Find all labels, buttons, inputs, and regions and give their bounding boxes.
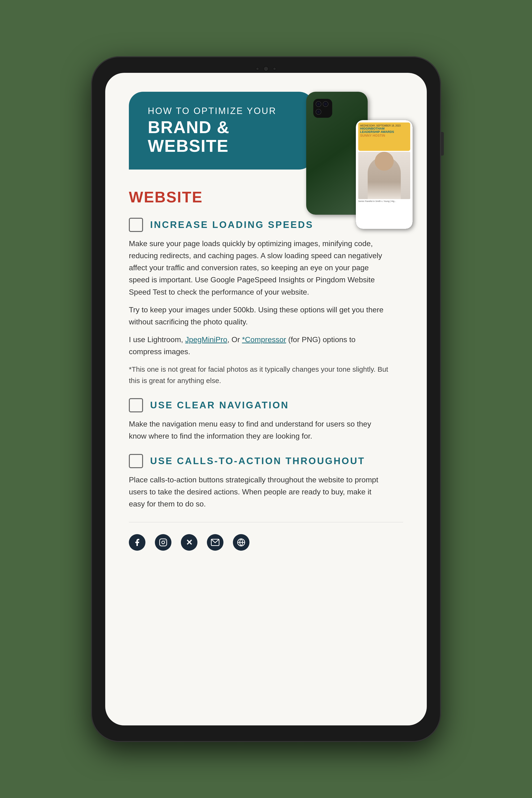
checklist-title-2: USE CLEAR NAVIGATION bbox=[150, 400, 289, 411]
header-subtitle: HOW TO OPTIMIZE YOUR bbox=[148, 106, 294, 116]
compressor-link[interactable]: *Compressor bbox=[242, 335, 286, 344]
camera-dot-2 bbox=[263, 66, 269, 71]
loading-speeds-para-2: Try to keep your images under 500kb. Usi… bbox=[129, 304, 389, 328]
side-button bbox=[441, 132, 444, 156]
checklist-title-3: USE CALLS-TO-ACTION THROUGHOUT bbox=[150, 456, 365, 466]
header-title: BRAND & WEBSITE bbox=[148, 118, 294, 155]
phone-front: WEDNESDAY, SEPTEMBER 18, 2023 HIGGINBOTH… bbox=[356, 120, 413, 229]
checkbox-1[interactable] bbox=[129, 218, 143, 232]
checklist-item-3: USE CALLS-TO-ACTION THROUGHOUT Place cal… bbox=[129, 454, 403, 510]
checklist-title-1: INCREASE LOADING SPEEDS bbox=[150, 220, 314, 230]
lens-3 bbox=[316, 109, 321, 115]
lens-1 bbox=[316, 101, 321, 107]
checklist-header-2: USE CLEAR NAVIGATION bbox=[129, 398, 403, 412]
checklist-item-2: USE CLEAR NAVIGATION Make the navigation… bbox=[129, 398, 403, 442]
cta-para-1: Place calls-to-action buttons strategica… bbox=[129, 474, 389, 510]
checklist-body-3: Place calls-to-action buttons strategica… bbox=[129, 474, 389, 510]
tablet-screen: HOW TO OPTIMIZE YOUR BRAND & WEBSITE bbox=[105, 73, 427, 725]
svg-rect-0 bbox=[159, 539, 167, 546]
facebook-icon[interactable] bbox=[129, 534, 146, 551]
event-name-1: HIGGINBOTHAM bbox=[360, 127, 408, 130]
phone-cameras bbox=[313, 99, 332, 118]
event-name-2: LEADERSHIP AWARDS bbox=[360, 130, 408, 134]
phone-screen-header: WEDNESDAY, SEPTEMBER 18, 2023 HIGGINBOTH… bbox=[358, 122, 410, 151]
camera-dot-1 bbox=[256, 67, 259, 71]
svg-point-2 bbox=[165, 540, 166, 541]
screen-content: HOW TO OPTIMIZE YOUR BRAND & WEBSITE bbox=[105, 73, 427, 725]
person-silhouette bbox=[368, 156, 401, 199]
globe-icon[interactable] bbox=[233, 534, 249, 551]
nav-para-1: Make the navigation menu easy to find an… bbox=[129, 418, 389, 442]
x-twitter-icon[interactable]: ✕ bbox=[181, 534, 197, 551]
checkbox-2[interactable] bbox=[129, 398, 143, 412]
event-date: WEDNESDAY, SEPTEMBER 18, 2023 bbox=[360, 125, 408, 127]
tablet-device: HOW TO OPTIMIZE YOUR BRAND & WEBSITE bbox=[91, 56, 441, 742]
instagram-icon[interactable] bbox=[155, 534, 171, 551]
person-head bbox=[375, 152, 394, 171]
camera-bar bbox=[256, 66, 276, 71]
email-icon[interactable] bbox=[207, 534, 224, 551]
camera-dot-3 bbox=[273, 67, 276, 71]
phone-screen: WEDNESDAY, SEPTEMBER 18, 2023 HIGGINBOTH… bbox=[356, 120, 413, 229]
header-banner: HOW TO OPTIMIZE YOUR BRAND & WEBSITE bbox=[129, 92, 313, 170]
jpegminipro-link[interactable]: JpegMiniPro bbox=[185, 335, 227, 344]
social-bar: ✕ bbox=[129, 529, 403, 551]
photo-caption: Senior Panelist in Smith v. Young | Hig.… bbox=[358, 199, 410, 203]
loading-speeds-note: *This one is not great for facial photos… bbox=[129, 364, 389, 386]
person-name: SUNNY HOSTIN bbox=[360, 134, 408, 137]
svg-point-1 bbox=[162, 541, 165, 544]
lens-2 bbox=[323, 101, 328, 107]
loading-speeds-para-3: I use Lightroom, JpegMiniPro, Or *Compre… bbox=[129, 334, 389, 358]
phone-image-container: WEDNESDAY, SEPTEMBER 18, 2023 HIGGINBOTH… bbox=[299, 92, 413, 257]
checklist-header-3: USE CALLS-TO-ACTION THROUGHOUT bbox=[129, 454, 403, 468]
checklist-body-1: Make sure your page loads quickly by opt… bbox=[129, 238, 389, 386]
checkbox-3[interactable] bbox=[129, 454, 143, 468]
checklist-body-2: Make the navigation menu easy to find an… bbox=[129, 418, 389, 442]
phone-screen-photo bbox=[358, 152, 410, 199]
